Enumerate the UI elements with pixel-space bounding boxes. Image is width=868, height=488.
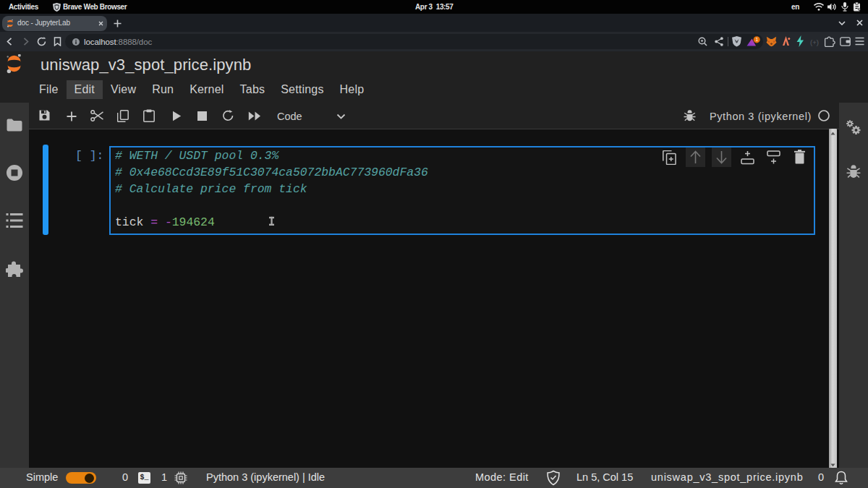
svg-text:1: 1: [755, 37, 758, 42]
